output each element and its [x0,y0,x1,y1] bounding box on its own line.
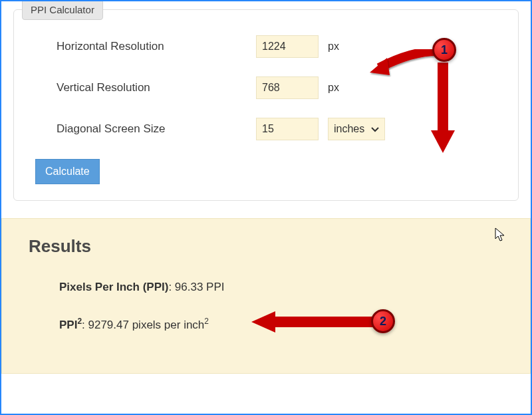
annotation-marker-2: 2 [371,309,395,333]
results-title: Results [29,236,503,257]
result-ppi-value: 96.33 PPI [175,281,225,293]
unit-horizontal-resolution: px [328,41,339,53]
result-ppi-label: Pixels Per Inch (PPI) [59,281,168,293]
result-ppi2-value: 9279.47 pixels per inch2 [88,319,208,331]
cursor-icon [495,227,507,242]
result-ppi2-label: PPI2 [59,319,82,331]
input-vertical-resolution[interactable] [256,76,319,99]
input-horizontal-resolution[interactable] [256,35,319,58]
annotation-marker-1: 1 [432,38,456,62]
annotation-arrow-2 [247,307,380,337]
label-diagonal-size: Diagonal Screen Size [30,122,256,136]
annotation-arrow-1b [424,63,464,156]
chevron-down-icon [371,123,379,135]
calculate-button[interactable]: Calculate [35,159,100,184]
label-vertical-resolution: Vertical Resolution [30,81,256,94]
label-horizontal-resolution: Horizontal Resolution [30,40,256,53]
results-panel: Results Pixels Per Inch (PPI): 96.33 PPI… [1,218,531,374]
result-ppi: Pixels Per Inch (PPI): 96.33 PPI [59,281,503,294]
select-diagonal-unit[interactable]: inches [328,118,385,140]
input-diagonal-size[interactable] [256,118,319,140]
panel-legend: PPI Calculator [22,0,103,20]
unit-vertical-resolution: px [328,82,339,94]
select-diagonal-unit-value: inches [334,123,364,135]
